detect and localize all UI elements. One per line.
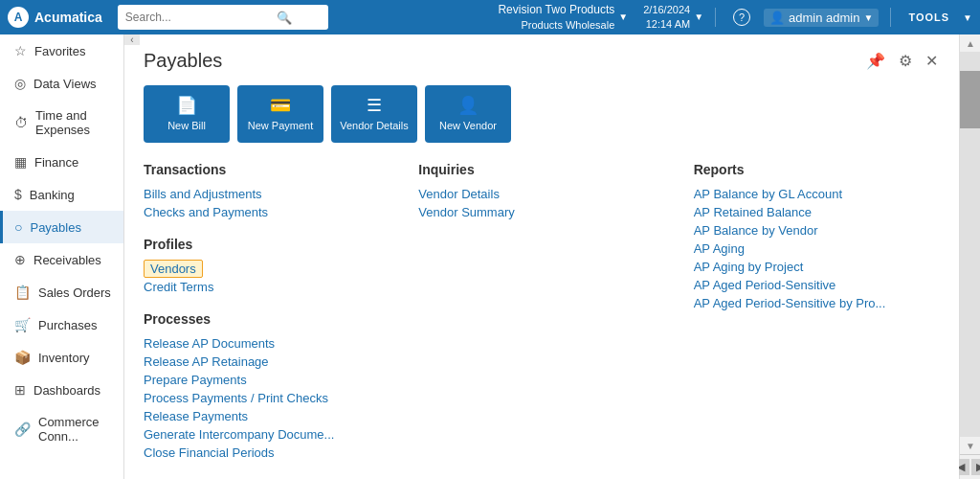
new-vendor-button[interactable]: 👤 New Vendor [425, 85, 511, 143]
process-payments-print-link[interactable]: Process Payments / Print Checks [144, 389, 390, 407]
sidebar-item-purchases[interactable]: 🛒 Purchases [0, 308, 123, 341]
new-bill-button[interactable]: 📄 New Bill [144, 85, 230, 143]
sidebar-label-dashboards: Dashboards [33, 383, 100, 398]
user-button[interactable]: 👤 admin admin ▼ [764, 9, 879, 27]
logo-text: Acumatica [34, 10, 102, 25]
receivables-icon: ⊕ [14, 252, 26, 267]
divider [715, 8, 716, 27]
column-2: Inquiries Vendor Details Vendor Summary [418, 162, 664, 477]
sales-orders-icon: 📋 [14, 285, 31, 300]
bills-adjustments-link[interactable]: Bills and Adjustments [144, 185, 390, 203]
nav-arrows: ◀ ▶ [962, 459, 978, 475]
sidebar-label-receivables: Receivables [33, 253, 101, 267]
scroll-up-button[interactable]: ▲ [960, 34, 980, 52]
ap-balance-gl-link[interactable]: AP Balance by GL Account [694, 185, 940, 203]
release-ap-retainage-link[interactable]: Release AP Retainage [144, 353, 390, 371]
time-expenses-icon: ⏱ [14, 115, 28, 130]
sidebar-item-dashboards[interactable]: ⊞ Dashboards [0, 374, 123, 406]
top-nav: A Acumatica 🔍 🕐 Revision Two Products Pr… [0, 0, 980, 34]
pin-button[interactable]: 📌 [864, 50, 887, 72]
action-buttons: 📄 New Bill 💳 New Payment ☰ Vendor Detail… [144, 85, 940, 143]
sidebar-item-banking[interactable]: $ Banking [0, 178, 123, 211]
ap-aging-link[interactable]: AP Aging [694, 240, 940, 258]
reports-section: Reports AP Balance by GL Account AP Reta… [694, 162, 940, 312]
generate-intercompany-link[interactable]: Generate Intercompany Docume... [144, 425, 390, 444]
sidebar-item-receivables[interactable]: ⊕ Receivables [0, 243, 123, 276]
user-chevron-icon: ▼ [863, 12, 873, 23]
new-bill-label: New Bill [167, 120, 206, 132]
help-icon: ? [733, 9, 750, 26]
revision-info: Revision Two Products Products Wholesale… [498, 2, 628, 33]
new-bill-icon: 📄 [176, 95, 197, 116]
nav-next-button[interactable]: ▶ [971, 459, 981, 475]
release-payments-link[interactable]: Release Payments [144, 407, 390, 425]
vendor-details-inq-link[interactable]: Vendor Details [418, 185, 664, 203]
ap-aging-project-link[interactable]: AP Aging by Project [694, 258, 940, 276]
sidebar-label-inventory: Inventory [38, 351, 89, 365]
dashboards-icon: ⊞ [14, 382, 26, 398]
settings-button[interactable]: ⚙ [897, 50, 914, 72]
new-vendor-icon: 👤 [457, 95, 479, 116]
close-button[interactable]: ✕ [924, 50, 940, 72]
banking-icon: $ [14, 187, 22, 202]
processes-section: Processes Release AP Documents Release A… [144, 311, 390, 462]
help-button[interactable]: ? [727, 7, 756, 28]
nav-buttons-area: ◀ ▶ [960, 454, 980, 479]
new-payment-button[interactable]: 💳 New Payment [237, 85, 323, 143]
revision-chevron-icon[interactable]: ▼ [618, 11, 628, 24]
sidebar-label-commerce-conn: Commerce Conn... [38, 415, 112, 444]
vendor-summary-link[interactable]: Vendor Summary [418, 203, 664, 221]
sidebar-label-sales-orders: Sales Orders [38, 285, 111, 300]
checks-payments-link[interactable]: Checks and Payments [144, 203, 390, 221]
vendor-details-icon: ☰ [367, 95, 382, 116]
inquiries-section: Inquiries Vendor Details Vendor Summary [418, 162, 664, 221]
revision-line1: Revision Two Products [498, 2, 614, 18]
sidebar-label-data-views: Data Views [33, 77, 97, 91]
transactions-title: Transactions [144, 162, 390, 177]
new-vendor-label: New Vendor [439, 120, 497, 132]
transactions-section: Transactions Bills and Adjustments Check… [144, 162, 390, 221]
sidebar-item-time-expenses[interactable]: ⏱ Time and Expenses [0, 100, 123, 146]
sidebar-item-sales-orders[interactable]: 📋 Sales Orders [0, 276, 123, 308]
inquiries-title: Inquiries [418, 162, 664, 177]
ap-aged-period-link[interactable]: AP Aged Period-Sensitive [694, 276, 940, 294]
vendor-details-button[interactable]: ☰ Vendor Details [331, 85, 417, 143]
logo-icon: A [8, 7, 29, 28]
ap-balance-vendor-link[interactable]: AP Balance by Vendor [694, 221, 940, 240]
close-financial-link[interactable]: Close Financial Periods [144, 444, 390, 462]
page-title: Payables [144, 50, 222, 72]
search-button[interactable]: 🔍 [277, 11, 292, 25]
credit-terms-link[interactable]: Credit Terms [144, 278, 390, 296]
vendor-details-label: Vendor Details [340, 120, 409, 132]
payables-panel: Payables 📌 ⚙ ✕ 📄 New Bill 💳 New Payment [124, 34, 959, 479]
sidebar-toggle[interactable]: ‹ [124, 34, 140, 45]
new-payment-label: New Payment [248, 120, 313, 132]
sidebar-item-inventory[interactable]: 📦 Inventory [0, 341, 123, 374]
sidebar-item-commerce-conn[interactable]: 🔗 Commerce Conn... [0, 406, 123, 452]
search-input[interactable] [118, 5, 328, 30]
sidebar-item-payables[interactable]: ○ Payables [0, 211, 123, 243]
vendors-link[interactable]: Vendors [144, 260, 203, 278]
processes-title: Processes [144, 311, 390, 327]
logo-area: A Acumatica [8, 7, 102, 28]
panel-header: Payables 📌 ⚙ ✕ [144, 50, 940, 72]
sidebar-item-finance[interactable]: ▦ Finance [0, 146, 123, 178]
ap-aged-period-pro-link[interactable]: AP Aged Period-Sensitive by Pro... [694, 294, 940, 312]
sidebar-label-payables: Payables [30, 220, 80, 235]
date-display: 2/16/2024 [643, 3, 690, 17]
ap-retained-link[interactable]: AP Retained Balance [694, 203, 940, 221]
reports-title: Reports [694, 162, 940, 177]
favorites-icon: ☆ [14, 43, 27, 58]
sidebar-item-favorites[interactable]: ☆ Favorites [0, 34, 123, 67]
scroll-down-button[interactable]: ▼ [960, 437, 980, 454]
sidebar-item-data-views[interactable]: ◎ Data Views [0, 67, 123, 100]
date-chevron-icon[interactable]: ▼ [694, 11, 703, 24]
panel-icons: 📌 ⚙ ✕ [864, 50, 940, 72]
scroll-track [960, 52, 980, 437]
release-ap-docs-link[interactable]: Release AP Documents [144, 334, 390, 353]
prepare-payments-link[interactable]: Prepare Payments [144, 371, 390, 389]
tools-button[interactable]: TOOLS [902, 10, 955, 25]
commerce-conn-icon: 🔗 [14, 422, 31, 437]
divider2 [890, 8, 891, 27]
user-label: admin admin [789, 11, 859, 25]
